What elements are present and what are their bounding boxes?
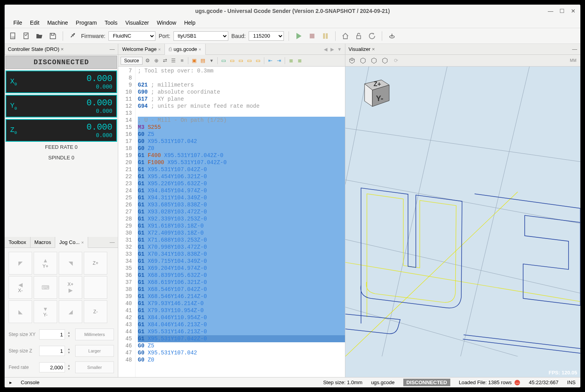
tool-icon[interactable]: ≣: [296, 57, 303, 64]
tool-icon[interactable]: ☰: [170, 57, 177, 64]
editor-tab-ugsgcode[interactable]: ⎙ ugs.gcode ×: [165, 44, 205, 55]
jog-diag5[interactable]: ⌨: [34, 276, 57, 299]
source-button[interactable]: Source: [121, 57, 143, 65]
jog-diag7[interactable]: [84, 276, 107, 299]
larger-button[interactable]: Larger: [75, 345, 114, 357]
open-folder-icon[interactable]: [34, 31, 45, 41]
jog-y-minusplus[interactable]: ▲Y+: [34, 252, 57, 275]
play-icon[interactable]: [294, 31, 304, 41]
firmware-select[interactable]: FluidNC: [108, 31, 155, 41]
menu-program[interactable]: Program: [72, 18, 101, 27]
tool-icon[interactable]: ▭: [246, 57, 253, 64]
baud-select[interactable]: 115200: [249, 31, 284, 41]
feed-rate-input[interactable]: [39, 362, 65, 372]
svg-rect-4: [310, 34, 314, 38]
svg-line-15: [455, 67, 529, 356]
jog-z-minusplus[interactable]: Z+: [84, 252, 107, 275]
tab-macros[interactable]: Macros: [31, 237, 56, 247]
dro-axis-y[interactable]: Y00.0000.000: [5, 95, 117, 117]
menu-edit[interactable]: Edit: [26, 18, 43, 27]
reset-icon[interactable]: [367, 31, 377, 41]
stop-icon[interactable]: [307, 31, 317, 41]
tool-icon[interactable]: ▭: [220, 57, 227, 64]
save-icon[interactable]: [48, 31, 58, 41]
orientation-cube[interactable]: Z+ Y-: [359, 75, 390, 107]
separator: [289, 31, 289, 41]
view-front-icon[interactable]: [359, 56, 367, 65]
minimize-icon[interactable]: —: [548, 8, 553, 14]
new-file-icon[interactable]: G0: [8, 31, 18, 41]
tool-icon[interactable]: ▣: [191, 57, 198, 64]
jog-diag0[interactable]: ◤: [9, 252, 32, 275]
menu-window[interactable]: Window: [153, 18, 180, 27]
tool-icon[interactable]: ▭: [237, 57, 244, 64]
jog-diag2[interactable]: ◥: [59, 252, 82, 275]
menu-visualizer[interactable]: Visualizer: [121, 18, 153, 27]
jog-x-minus[interactable]: ◀ X-: [9, 276, 32, 299]
port-select[interactable]: ttyUSB1: [173, 31, 228, 41]
jog-diag10[interactable]: ◢: [59, 300, 82, 323]
menu-machine[interactable]: Machine: [43, 18, 72, 27]
view-iso-icon[interactable]: [348, 56, 356, 65]
view-top-icon[interactable]: [381, 56, 389, 65]
tool-icon[interactable]: ▭: [229, 57, 236, 64]
tool-icon[interactable]: ≡: [179, 57, 186, 64]
tool-icon[interactable]: ⇥: [275, 57, 282, 64]
tool-icon[interactable]: ⇤: [267, 57, 274, 64]
tool-icon[interactable]: ▤: [199, 57, 206, 64]
jog-y-minus[interactable]: ▼Y-: [34, 300, 57, 323]
dro-axis-z[interactable]: Z00.0000.000: [5, 119, 117, 142]
window-title: ugs.gcode - Universal Gcode Sender (Vers…: [8, 8, 577, 14]
code-editor[interactable]: 7891011121314151617181920212223242526272…: [118, 67, 345, 377]
step-z-input[interactable]: [39, 346, 65, 356]
console-toggle[interactable]: ▸: [9, 379, 12, 385]
console-label[interactable]: Console: [21, 379, 40, 385]
probe-icon[interactable]: [387, 31, 397, 41]
tab-toolbox[interactable]: Toolbox: [5, 237, 31, 247]
separator: [63, 31, 63, 41]
step-xy-input[interactable]: [39, 329, 65, 340]
panel-minimize-icon[interactable]: —: [110, 46, 115, 52]
editor-toolbar: Source ⚙ ⊕ ⇄ ☰ ≡ ▣ ▤ ▾ ▭ ▭ ▭ ▭ ▭ ⇤ ⇥: [118, 55, 345, 67]
jog-x-minusplus[interactable]: X+ ▶: [59, 276, 82, 299]
menu-tools[interactable]: Tools: [101, 18, 121, 27]
tool-icon[interactable]: ▭: [255, 57, 262, 64]
close-icon[interactable]: ✕: [571, 8, 576, 14]
editor-tab-welcomepage[interactable]: Welcome Page ×: [118, 44, 165, 54]
pause-icon[interactable]: [320, 31, 330, 41]
connect-icon[interactable]: [68, 31, 78, 41]
menu-help[interactable]: Help: [180, 18, 199, 27]
svg-line-9: [345, 125, 580, 164]
tool-icon[interactable]: ▾: [208, 57, 215, 64]
tab-jogco[interactable]: Jog Co... ×: [55, 237, 88, 248]
svg-point-3: [73, 33, 75, 35]
view-side-icon[interactable]: [370, 56, 378, 65]
jog-diag8[interactable]: ◣: [9, 300, 32, 323]
jog-z-minus[interactable]: Z-: [84, 300, 107, 323]
spindle-display: SPINDLE 0: [5, 152, 117, 163]
visualizer-panel-header: Visualizer × —: [345, 44, 580, 55]
panel-minimize-icon[interactable]: —: [572, 46, 577, 52]
menu-file[interactable]: File: [9, 18, 26, 27]
units-button[interactable]: Millimeters: [75, 329, 114, 340]
tool-icon[interactable]: ⚙: [144, 57, 151, 64]
panel-close-icon[interactable]: ×: [372, 46, 375, 52]
tool-icon[interactable]: ⊕: [153, 57, 160, 64]
panel-close-icon[interactable]: ×: [61, 46, 64, 52]
unlock-icon[interactable]: [354, 31, 364, 41]
visualizer-canvas[interactable]: Z+ Y- FPS: 120.05: [345, 67, 580, 377]
bottom-tabs: ToolboxMacrosJog Co... ×—: [5, 237, 118, 248]
maximize-icon[interactable]: ☐: [560, 8, 565, 14]
refresh-icon[interactable]: ⟳: [392, 56, 400, 65]
dro-axis-x[interactable]: X00.0000.000: [5, 70, 117, 93]
fps-counter: FPS: 120.05: [549, 370, 577, 376]
tool-icon[interactable]: ⇄: [161, 57, 168, 64]
save-file-icon[interactable]: [21, 31, 31, 41]
smaller-button[interactable]: Smaller: [75, 361, 114, 373]
editor-tabs: Welcome Page ×⎙ ugs.gcode ×◀▶▼: [118, 44, 345, 55]
titlebar: ugs.gcode - Universal Gcode Sender (Vers…: [5, 5, 580, 17]
tool-icon[interactable]: ≣: [287, 57, 294, 64]
home-icon[interactable]: [340, 31, 350, 41]
minimize-icon[interactable]: —: [88, 237, 118, 247]
cancel-icon[interactable]: —: [515, 380, 520, 385]
